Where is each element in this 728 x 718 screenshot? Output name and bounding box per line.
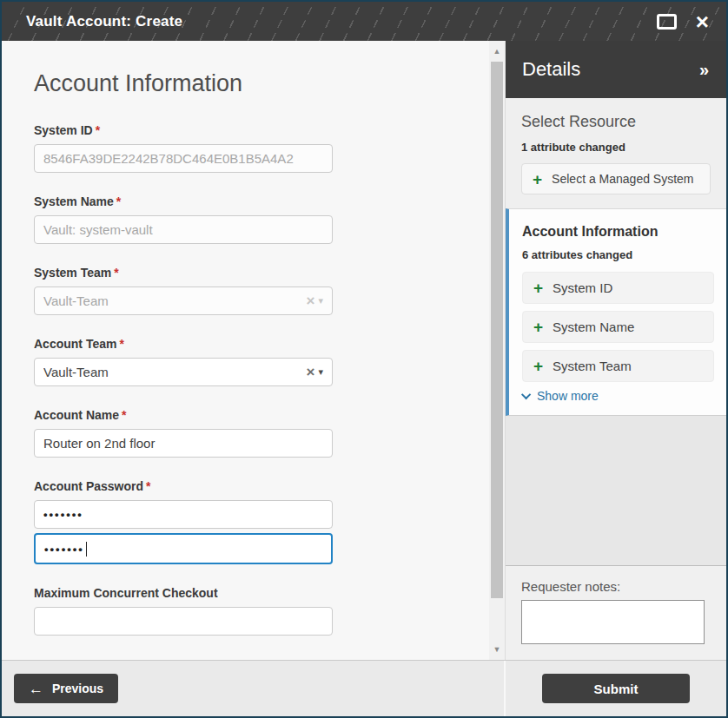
field-account-name: Account Name* Router on 2nd floor [34,408,333,458]
system-id-label: System ID* [34,123,333,137]
account-information-card: Account Information 6 attributes changed… [506,208,726,416]
collapse-panel-icon[interactable]: » [699,60,709,80]
maximize-icon[interactable] [657,14,677,30]
attribute-item-system-id[interactable]: + System ID [522,272,714,304]
requester-notes-textarea[interactable] [521,600,705,644]
plus-icon: + [533,171,542,188]
details-header: Details » [506,41,726,98]
dropdown-caret-icon[interactable]: ▾ [318,296,323,306]
scrollbar-down-icon[interactable]: ▼ [489,642,505,656]
scrollbar-thumb[interactable] [491,62,503,598]
field-system-name: System Name* Vault: system-vault [34,194,333,244]
vault-account-create-dialog: Vault Account: Create × Account Informat… [0,0,728,718]
plus-icon: + [533,280,543,296]
previous-button[interactable]: ← Previous [14,674,118,703]
dropdown-caret-icon[interactable]: ▾ [318,367,323,377]
account-information-status: 6 attributes changed [522,248,714,261]
select-managed-system-button[interactable]: + Select a Managed System [521,163,711,194]
details-pane: Details » Select Resource 1 attribute ch… [505,41,726,660]
required-asterisk: * [96,123,100,137]
field-account-team: Account Team* Vault-Team × ▾ [34,337,333,386]
footer-left: ← Previous [2,661,506,716]
account-information-heading: Account Information [522,224,714,240]
field-account-password: Account Password* ••••••• ••••••• [34,479,333,564]
plus-icon: + [533,358,543,374]
account-password-input[interactable]: ••••••• [34,500,333,529]
system-team-label: System Team* [34,266,333,280]
footer-right: Submit [506,661,726,716]
form-heading: Account Information [34,70,489,97]
scrollbar-up-icon[interactable]: ▲ [489,44,505,58]
details-spacer [506,416,726,566]
requester-notes-section: Requester notes: [506,566,726,660]
show-more-link[interactable]: Show more [524,389,714,403]
clear-selection-icon[interactable]: × [307,365,315,379]
select-resource-heading: Select Resource [521,113,711,131]
select-resource-status: 1 attribute changed [521,141,711,154]
titlebar: Vault Account: Create × [2,2,726,41]
system-name-label: System Name* [34,194,333,208]
account-password-label: Account Password* [34,479,333,493]
field-system-id: System ID* 8546FA39DE2242B78DC464E0B1B5A… [34,123,333,173]
details-title: Details [522,58,580,81]
main-area: Account Information System ID* 8546FA39D… [2,41,726,660]
system-name-input[interactable]: Vault: system-vault [34,215,333,244]
system-team-select[interactable]: Vault-Team × ▾ [34,287,333,315]
chevron-down-icon [521,390,531,399]
max-concurrent-checkout-label: Maximum Concurrent Checkout [34,586,333,600]
attribute-item-system-name[interactable]: + System Name [522,311,714,343]
account-name-input[interactable]: Router on 2nd floor [34,429,333,458]
requester-notes-label: Requester notes: [521,579,711,594]
attribute-item-system-team[interactable]: + System Team [522,350,714,382]
select-resource-section: Select Resource 1 attribute changed + Se… [506,98,726,208]
required-asterisk: * [114,266,118,280]
arrow-left-icon: ← [29,682,43,696]
required-asterisk: * [146,479,150,493]
submit-button[interactable]: Submit [542,674,690,703]
required-asterisk: * [122,408,126,422]
plus-icon: + [533,319,543,335]
account-name-label: Account Name* [34,408,333,422]
account-team-select[interactable]: Vault-Team × ▾ [34,358,333,386]
window-title: Vault Account: Create [2,13,182,30]
account-password-confirm-input[interactable]: ••••••• [34,533,333,564]
footer: ← Previous Submit [2,660,726,716]
account-team-label: Account Team* [34,337,333,351]
form-pane: Account Information System ID* 8546FA39D… [2,41,489,660]
close-icon[interactable]: × [696,10,709,33]
required-asterisk: * [116,194,121,208]
required-asterisk: * [119,337,123,351]
clear-selection-icon[interactable]: × [307,293,315,308]
system-id-input[interactable]: 8546FA39DE2242B78DC464E0B1B5A4A2 [34,144,333,173]
field-max-concurrent-checkout: Maximum Concurrent Checkout [34,586,333,636]
field-system-team: System Team* Vault-Team × ▾ [34,266,333,315]
max-concurrent-checkout-input[interactable] [34,607,333,636]
vertical-scrollbar[interactable]: ▲ ▼ [489,41,505,660]
text-cursor [86,542,87,557]
